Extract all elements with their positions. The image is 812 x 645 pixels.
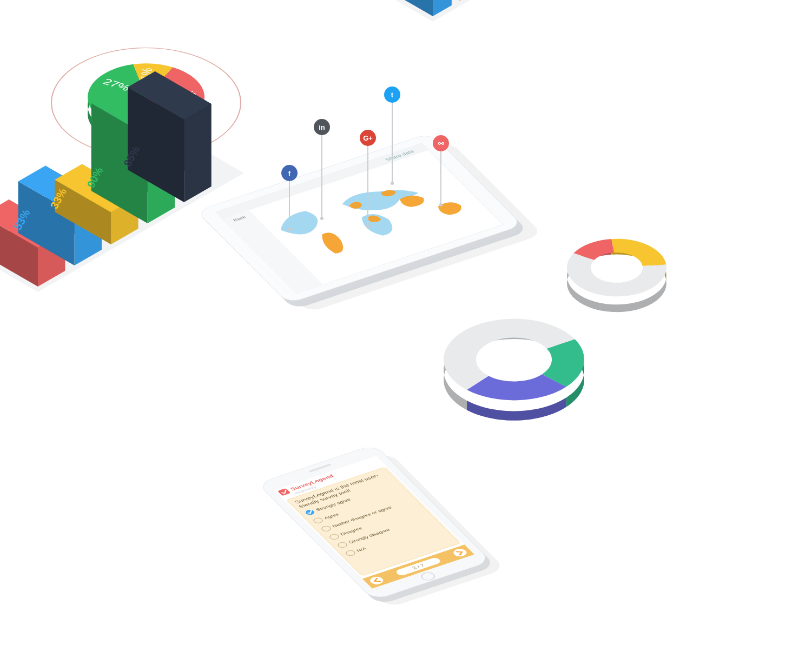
svg-text:f: f <box>288 169 291 177</box>
phone-survey: SurveyLegend #legendary SurveyLegend is … <box>238 400 498 640</box>
svg-point-52 <box>391 182 394 185</box>
svg-point-40 <box>288 228 291 231</box>
svg-text:in: in <box>319 123 325 131</box>
svg-point-44 <box>320 217 324 220</box>
svg-text:G+: G+ <box>363 134 373 142</box>
svg-point-56 <box>439 203 443 207</box>
svg-text:t: t <box>391 91 394 99</box>
svg-point-48 <box>366 225 369 228</box>
svg-text:⚯: ⚯ <box>438 139 445 148</box>
svg-marker-77 <box>184 104 211 202</box>
